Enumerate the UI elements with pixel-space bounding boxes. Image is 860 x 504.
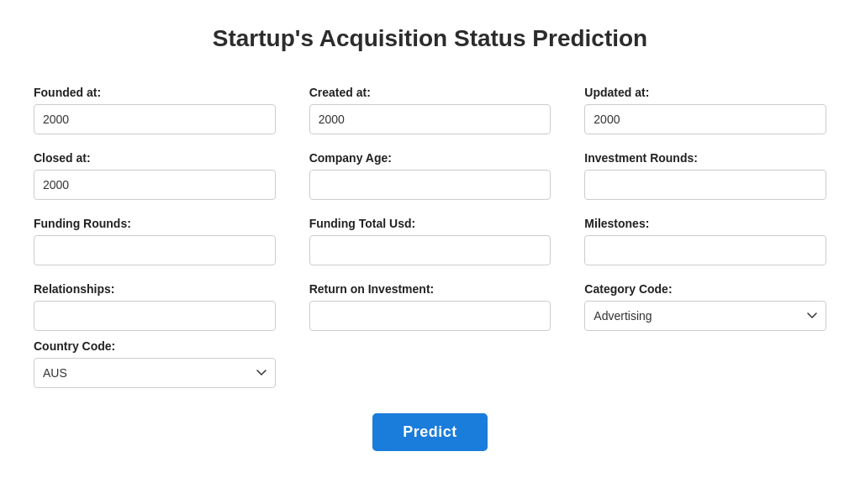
relationships-label: Relationships: (34, 282, 276, 296)
country-code-select[interactable]: AUS USA GBR CAN DEU FRA IND CHN BRA JPN (34, 358, 276, 388)
closed-at-group: Closed at: (34, 151, 276, 200)
funding-total-usd-label: Funding Total Usd: (309, 217, 551, 230)
page-title: Startup's Acquisition Status Prediction (34, 25, 826, 52)
predict-button[interactable]: Predict (372, 413, 488, 451)
created-at-group: Created at: (309, 86, 551, 134)
company-age-input[interactable] (309, 170, 551, 200)
form-grid: Founded at: Created at: Updated at: Clos… (34, 86, 826, 331)
closed-at-label: Closed at: (34, 151, 276, 165)
investment-rounds-input[interactable] (584, 170, 826, 200)
founded-at-input[interactable] (34, 104, 276, 134)
predict-container: Predict (34, 413, 826, 451)
investment-rounds-label: Investment Rounds: (584, 151, 826, 165)
closed-at-input[interactable] (34, 170, 276, 200)
funding-rounds-group: Funding Rounds: (34, 217, 276, 265)
updated-at-group: Updated at: (584, 86, 826, 134)
relationships-group: Relationships: (34, 282, 276, 331)
funding-rounds-label: Funding Rounds: (34, 217, 276, 230)
return-on-investment-group: Return on Investment: (309, 282, 551, 331)
return-on-investment-label: Return on Investment: (309, 282, 551, 296)
investment-rounds-group: Investment Rounds: (584, 151, 826, 200)
milestones-input[interactable] (584, 235, 826, 265)
funding-total-usd-group: Funding Total Usd: (309, 217, 551, 265)
funding-total-usd-input[interactable] (309, 235, 551, 265)
funding-rounds-input[interactable] (34, 235, 276, 265)
country-row: Country Code: AUS USA GBR CAN DEU FRA IN… (34, 339, 826, 388)
return-on-investment-input[interactable] (309, 301, 551, 331)
founded-at-label: Founded at: (34, 86, 276, 99)
updated-at-label: Updated at: (584, 86, 826, 99)
country-code-label: Country Code: (34, 339, 276, 353)
founded-at-group: Founded at: (34, 86, 276, 134)
category-code-label: Category Code: (584, 282, 826, 296)
relationships-input[interactable] (34, 301, 276, 331)
created-at-label: Created at: (309, 86, 551, 99)
country-code-group: Country Code: AUS USA GBR CAN DEU FRA IN… (34, 339, 276, 388)
company-age-group: Company Age: (309, 151, 551, 200)
category-code-select[interactable]: Advertising Biotech Consulting E-Commerc… (584, 301, 826, 331)
created-at-input[interactable] (309, 104, 551, 134)
milestones-label: Milestones: (584, 217, 826, 230)
milestones-group: Milestones: (584, 217, 826, 265)
category-code-group: Category Code: Advertising Biotech Consu… (584, 282, 826, 331)
company-age-label: Company Age: (309, 151, 551, 165)
updated-at-input[interactable] (584, 104, 826, 134)
